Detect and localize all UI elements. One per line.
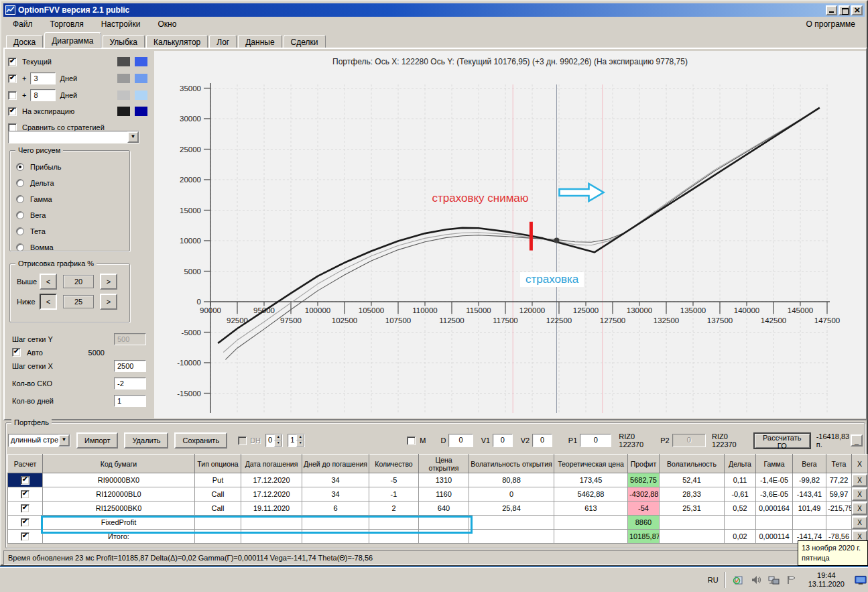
- flag-icon[interactable]: [786, 574, 798, 586]
- dh-spinner-1[interactable]: 0 ▲▼: [265, 434, 283, 447]
- draw-option-дельта[interactable]: Дельта: [10, 175, 129, 191]
- draw-option-вега[interactable]: Вега: [10, 207, 129, 223]
- position-row[interactable]: FixedProfit8860X: [8, 516, 868, 530]
- import-button[interactable]: Импорт: [76, 432, 118, 449]
- plus8-line-color-swatch[interactable]: [117, 91, 130, 100]
- position-row[interactable]: RI120000BL0Call17.12.202034-1116005462,8…: [8, 487, 868, 501]
- dh-spinner-2[interactable]: 1 ▲▼: [288, 434, 305, 447]
- radio-icon[interactable]: [16, 195, 24, 203]
- close-icon[interactable]: [851, 5, 863, 15]
- position-row[interactable]: Итого:10185,870,020,000114-141,74-78,56X: [8, 530, 868, 544]
- column-header[interactable]: Гамма: [756, 455, 793, 473]
- radio-icon[interactable]: [16, 179, 24, 187]
- chevron-down-icon[interactable]: ▼: [127, 131, 139, 143]
- v1-input[interactable]: 0: [493, 434, 513, 447]
- plus3-line-color-swatch[interactable]: [117, 74, 130, 83]
- app-tray-icon[interactable]: [732, 574, 744, 586]
- draw-option-прибыль[interactable]: Прибыль: [10, 159, 129, 175]
- above-increment-button[interactable]: >: [100, 274, 117, 290]
- radio-icon[interactable]: [16, 227, 24, 235]
- column-header[interactable]: Волатильность: [660, 455, 725, 473]
- network-icon[interactable]: [768, 574, 780, 586]
- column-header[interactable]: Профит: [628, 455, 660, 473]
- calc-checkbox[interactable]: [21, 476, 29, 485]
- column-header[interactable]: Вега: [793, 455, 826, 473]
- strategy-select[interactable]: ▼: [8, 131, 139, 143]
- draw-option-вомма[interactable]: Вомма: [10, 239, 129, 255]
- d-input[interactable]: 0: [448, 434, 473, 447]
- column-header[interactable]: Волатильность открытия: [469, 455, 554, 473]
- plus8-fill-color-swatch[interactable]: [135, 91, 147, 100]
- current-checkbox[interactable]: [8, 58, 17, 66]
- row-calc-cell[interactable]: [8, 516, 43, 530]
- menu-settings[interactable]: Настройки: [101, 19, 141, 29]
- tab-калькулятор[interactable]: Калькулятор: [146, 35, 208, 48]
- column-header[interactable]: Тета: [826, 455, 852, 473]
- column-header[interactable]: Количество: [369, 455, 419, 473]
- calc-checkbox[interactable]: [21, 518, 29, 527]
- expiration-checkbox[interactable]: [8, 107, 17, 116]
- tab-диаграмма[interactable]: Диаграмма: [44, 32, 101, 48]
- tab-доска[interactable]: Доска: [6, 35, 43, 48]
- position-row[interactable]: RI125000BK0Call19.11.20206264025,84613-5…: [8, 501, 868, 516]
- plus8-days-input[interactable]: 8: [30, 89, 56, 101]
- above-decrement-button[interactable]: <: [40, 274, 57, 290]
- column-header[interactable]: Дельта: [725, 455, 756, 473]
- preset-select[interactable]: длинный стре ▼: [8, 434, 70, 447]
- calc-checkbox[interactable]: [21, 490, 29, 499]
- language-indicator[interactable]: RU: [708, 576, 719, 584]
- position-row[interactable]: RI90000BX0Put17.12.202034-5131080,88173,…: [8, 473, 868, 487]
- sko-input[interactable]: -2: [114, 377, 146, 390]
- delete-button[interactable]: Удалить: [124, 432, 168, 449]
- m-checkbox[interactable]: [407, 436, 416, 445]
- plus8-checkbox[interactable]: [8, 91, 17, 100]
- column-header[interactable]: Дней до погашения: [302, 455, 369, 473]
- maximize-icon[interactable]: [839, 5, 850, 15]
- cell-remove[interactable]: X: [852, 516, 868, 530]
- p2-input[interactable]: 0: [672, 434, 706, 447]
- calc-checkbox[interactable]: [21, 504, 29, 513]
- remove-row-button[interactable]: X: [852, 474, 867, 487]
- plus3-fill-color-swatch[interactable]: [135, 74, 147, 83]
- dh-checkbox[interactable]: [238, 436, 247, 445]
- speaker-icon[interactable]: [750, 574, 762, 586]
- tab-сделки[interactable]: Сделки: [284, 35, 326, 48]
- radio-icon[interactable]: [16, 243, 24, 251]
- row-calc-cell[interactable]: [8, 473, 43, 487]
- collapse-button[interactable]: _: [851, 434, 863, 447]
- taskbar[interactable]: RU 19:44 13.11.2020: [0, 567, 868, 592]
- cell-remove[interactable]: X: [852, 473, 868, 487]
- current-line-color-swatch[interactable]: [117, 57, 130, 66]
- column-header[interactable]: Цена открытия: [419, 455, 469, 473]
- p1-input[interactable]: 0: [580, 434, 611, 447]
- tab-данные[interactable]: Данные: [238, 35, 282, 48]
- menu-file[interactable]: Файл: [13, 19, 33, 29]
- expiration-fill-color-swatch[interactable]: [135, 107, 147, 116]
- tab-улыбка[interactable]: Улыбка: [103, 35, 145, 48]
- v2-input[interactable]: 0: [532, 434, 552, 447]
- row-calc-cell[interactable]: [8, 487, 43, 501]
- cell-remove[interactable]: X: [852, 501, 868, 516]
- column-header[interactable]: Код бумаги: [43, 455, 195, 473]
- grid-y-input[interactable]: 500: [114, 333, 146, 345]
- column-header[interactable]: Теоретическая цена: [554, 455, 628, 473]
- column-header[interactable]: Расчет: [8, 455, 43, 473]
- save-button[interactable]: Сохранить: [174, 432, 227, 449]
- below-decrement-button[interactable]: <: [40, 294, 57, 310]
- chevron-down-icon[interactable]: ▼: [58, 434, 70, 447]
- below-increment-button[interactable]: >: [100, 294, 117, 310]
- spinner-arrows-icon[interactable]: ▲▼: [274, 434, 282, 447]
- column-header[interactable]: Тип опциона: [195, 455, 241, 473]
- radio-icon[interactable]: [16, 211, 24, 219]
- days-count-input[interactable]: 1: [114, 395, 146, 407]
- menu-trade[interactable]: Торговля: [50, 19, 84, 29]
- cell-remove[interactable]: X: [852, 487, 868, 501]
- remove-row-button[interactable]: X: [852, 502, 867, 515]
- draw-option-тета[interactable]: Тета: [10, 223, 129, 239]
- column-header[interactable]: Дата погашения: [241, 455, 302, 473]
- spinner-arrows-icon[interactable]: ▲▼: [296, 434, 304, 447]
- menu-about[interactable]: О программе: [806, 19, 855, 29]
- menu-window[interactable]: Окно: [158, 19, 177, 29]
- profit-plot[interactable]: -15000-10000-500005000100001500020000250…: [154, 51, 866, 418]
- calc-margin-button[interactable]: Рассчитать ГО: [753, 432, 811, 449]
